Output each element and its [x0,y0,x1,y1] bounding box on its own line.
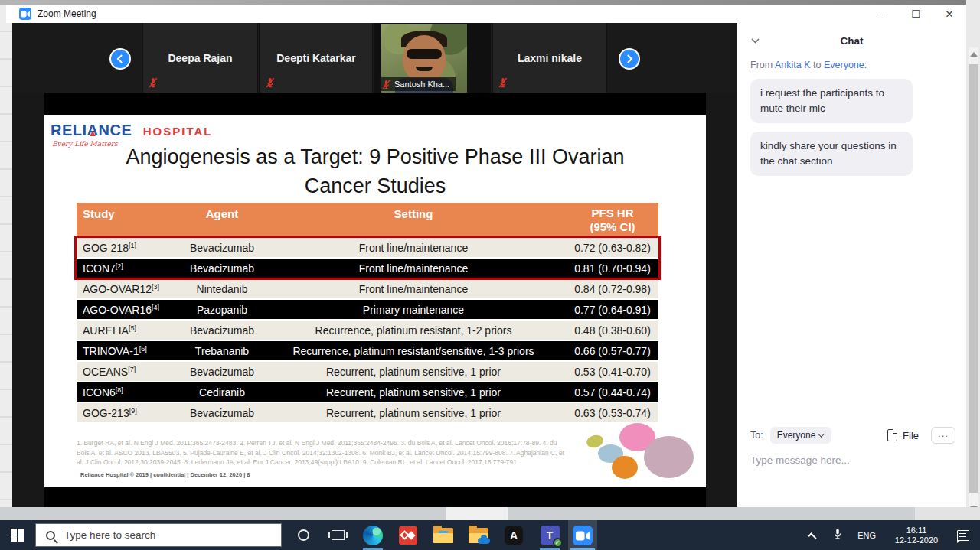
scroll-up-arrow-icon[interactable] [970,52,978,57]
table-row: AGO-OVAR16[4]PazopanibPrimary maintenanc… [77,300,658,321]
acrobat-button[interactable]: A [496,520,531,550]
anydesk-icon [399,526,417,545]
status-check-icon: ✓ [553,538,563,548]
windows-logo-icon [11,529,24,542]
screen: Zoom Meeting – ☐ ✕ Deepa Rajan Deepti Ka… [0,0,980,550]
taskbar-search-input[interactable]: Type here to search [35,523,282,547]
highlight-box [74,236,661,280]
table-cell: Pazopanib [184,300,260,319]
teams-button[interactable]: T✓ [531,520,568,550]
window-titlebar: Zoom Meeting – ☐ ✕ [6,5,966,23]
video-tile-santosh[interactable]: Santosh Kha... [374,23,491,93]
table-cell: OCEANS[7] [77,362,184,381]
table-cell: TRINOVA-1[6] [77,341,184,360]
table-cell: AGO-OVAR12[3] [77,279,184,298]
table-row: TRINOVA-1[6]TrebananibRecurrence, platin… [77,341,658,362]
header-setting: Setting [260,203,567,238]
background-window-patch [915,507,980,520]
background-window-patch [446,507,508,520]
participant-name-label: Santosh Kha... [379,77,456,91]
chat-recipient: Everyone: [824,60,867,70]
file-explorer-icon [433,528,453,543]
slide-footer: Reliance Hospital © 2019 | confidential … [80,471,250,478]
table-cell: 0.66 (0.57-0.77) [567,341,658,360]
cortana-button[interactable] [286,520,320,550]
table-cell: Recurrence, platinum resistant, 1-2 prio… [260,321,567,340]
table-cell: 0.63 (0.53-0.74) [567,403,658,422]
video-tile-laxmi[interactable]: Laxmi nikale [492,23,607,93]
clock[interactable]: 16:11 12-12-2020 [890,526,943,545]
table-cell: Primary maintenance [260,300,567,319]
table-cell: Cediranib [184,382,260,402]
video-tile-deepa[interactable]: Deepa Rajan [142,23,258,93]
table-cell: Front line/maintenance [260,279,567,298]
chevron-left-icon [117,54,126,63]
chat-message-bubble: kindly share your questions in the chat … [750,132,913,176]
zoom-taskbar-button[interactable] [568,520,597,550]
mic-muted-icon [266,77,275,88]
table-cell: 0.84 (0.72-0.98) [567,279,658,298]
footnote-line: 1. Burger RA, et al. N Engl J Med. 2011;… [77,438,663,448]
next-participants-button[interactable] [619,48,640,70]
tray-microphone-icon[interactable] [833,528,842,543]
language-indicator[interactable]: ENG [858,531,876,540]
action-center-icon[interactable] [957,530,969,541]
table-cell: 0.53 (0.41-0.70) [567,362,658,381]
video-tile-deepti[interactable]: Deepti Katarkar [259,23,373,93]
chat-from-line: From Ankita K to Everyone: [750,60,949,70]
study-table-header: Study Agent Setting PFS HR(95% CI) [77,203,658,238]
tray-expand-icon[interactable] [808,532,816,541]
table-row: AURELIA[5]BevacizumabRecurrence, platinu… [77,321,658,341]
more-options-button[interactable]: ... [931,427,956,444]
anydesk-button[interactable] [390,520,426,550]
header-pfs-hr: PFS HR(95% CI) [567,203,658,238]
table-cell: 0.48 (0.38-0.60) [567,321,658,340]
message-input[interactable]: Type message here... [750,454,956,466]
participant-name: Deepti Katarkar [260,52,372,64]
chat-messages: i request the participants to mute their… [750,79,949,176]
start-button[interactable] [0,520,35,550]
footnote-line: Bois A, et al. ASCO 2013. LBA5503. 5. Pu… [77,448,663,458]
chat-composer: To: Everyone File ... Type message here.… [750,427,956,466]
slide-title-line2: Cancer Studies [44,174,706,198]
footnote-line: al. J Clin Oncol. 2012;30:2039-2045. 8. … [77,457,663,467]
table-cell: Trebananib [184,341,260,360]
table-cell: Recurrent, platinum sensitive, 1 prior [260,382,567,402]
chat-panel-title: Chat [737,35,966,47]
recipient-dropdown[interactable]: Everyone [770,427,832,444]
table-cell: Nintedanib [184,279,260,298]
teams-icon: T✓ [541,526,560,545]
zoom-app-icon [19,8,31,20]
onedrive-folder-button[interactable] [461,520,496,550]
reliance-hospital-logo: RELIANCE HOSPITAL Every Life Matters [51,122,212,139]
cortana-icon [298,529,309,541]
header-agent: Agent [184,203,260,238]
file-explorer-button[interactable] [426,520,461,550]
maximize-button[interactable]: ☐ [899,5,933,23]
close-button[interactable]: ✕ [933,5,966,23]
table-cell: Bevacizumab [184,321,260,340]
task-view-button[interactable] [320,520,355,550]
table-cell: AURELIA[5] [77,321,184,340]
table-row: OCEANS[7]BevacizumabRecurrent, platinum … [77,362,658,382]
table-cell: ICON6[8] [77,382,184,402]
slide-title-line1: Angiogenesis as a Target: 9 Positive Pha… [44,145,706,169]
table-cell: Recurrent, platinum sensitive, 1 prior [260,362,567,381]
participant-video-strip: Deepa Rajan Deepti Katarkar Santosh Kha.… [12,23,737,93]
edge-button[interactable] [355,520,390,550]
previous-participants-button[interactable] [109,48,131,70]
tray-time: 16:11 [906,526,927,535]
table-cell: 0.57 (0.44-0.74) [567,382,658,402]
file-attach-button[interactable]: File [887,429,919,441]
table-row: ICON6[8]CediranibRecurrent, platinum sen… [77,382,658,403]
background-scrollbar-thumb[interactable] [969,64,978,493]
minimize-button[interactable]: – [865,5,899,23]
to-label: To: [750,430,763,441]
table-row: GOG-213[9]BevacizumabRecurrent, platinum… [77,403,658,424]
orange-blob [612,456,638,479]
table-row: AGO-OVAR12[3]NintedanibFront line/mainte… [77,279,658,300]
participant-name: Laxmi nikale [493,52,606,64]
chevron-down-icon [818,431,825,437]
presentation-slide: RELIANCE HOSPITAL Every Life Matters Ang… [44,115,706,487]
chat-panel: Chat From Ankita K to Everyone: i reques… [737,23,966,507]
